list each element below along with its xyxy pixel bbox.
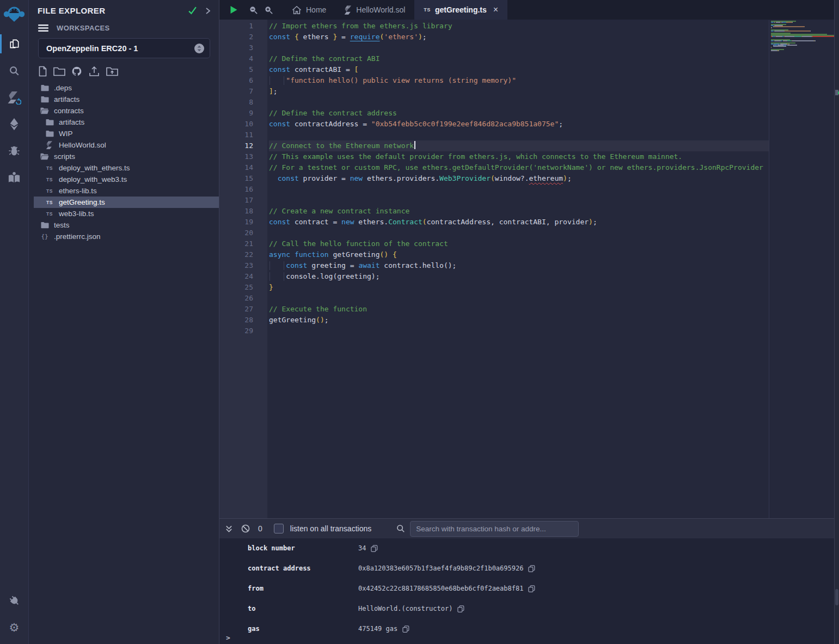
sidebar-item-debugger[interactable] [0,137,29,164]
copy-icon[interactable] [402,625,409,633]
line-number: 5 [219,64,267,75]
file-tree-item[interactable]: TSweb3-lib.ts [34,208,219,219]
upload-folder-button[interactable] [106,66,118,77]
file-tree-item[interactable]: TSdeploy_with_ethers.ts [34,162,219,174]
tab-label: HelloWorld.sol [356,5,405,14]
right-scrollbar[interactable] [834,0,839,644]
check-icon [188,7,197,15]
double-chevron-down-icon [225,525,233,533]
code-line [269,130,769,140]
file-tree-item[interactable]: TSdeploy_with_web3.ts [34,174,219,185]
file-explorer-panel: FILE EXPLORER WORKSPACES OpenZeppelin ER… [29,0,219,644]
line-number: 9 [219,108,267,119]
terminal-prompt[interactable]: > [226,634,230,642]
github-button[interactable] [71,66,82,77]
code-line: // Create a new contract instance [269,206,769,217]
tab-getgreeting-ts[interactable]: TS getGreeting.ts × [414,0,507,20]
terminal-scrollbar-thumb[interactable] [835,589,838,605]
file-tree-item[interactable]: artifacts [34,94,219,105]
detail-value: 0x42452c22c88178685850e68beb6cf0f2aeab8f… [358,585,523,592]
line-number: 11 [219,130,267,140]
code-line: const contract = new ethers.Contract(con… [269,217,769,228]
code-line: // Execute the function [269,304,769,315]
file-tree-item[interactable]: .deps [34,82,219,94]
sidebar-item-solidity-compiler[interactable] [0,84,29,111]
sidebar-item-settings[interactable]: ⚙ [0,614,29,641]
close-tab-icon[interactable]: × [493,5,498,14]
code-line: "function hello() public view returns (s… [269,75,769,86]
clear-console-button[interactable] [241,524,250,533]
explorer-toolbar [29,59,219,78]
remix-logo[interactable] [0,0,29,30]
transaction-detail-row: gas475149 gas [248,624,834,633]
copy-icon[interactable] [371,545,378,552]
ts-icon: TS [45,177,54,182]
sidebar-item-file-explorer[interactable] [0,30,29,57]
file-tree-item[interactable]: scripts [34,151,219,162]
run-script-button[interactable] [226,2,241,18]
file-tree-item[interactable]: {}.prettierrc.json [34,231,219,242]
sidebar-item-plugin-manager[interactable] [0,587,29,614]
settings-gear-icon: ⚙ [9,622,20,633]
code-line [269,326,769,336]
play-icon [230,5,238,14]
json-icon: {} [40,233,49,240]
copy-icon[interactable] [457,605,464,612]
zoom-in-button[interactable] [261,2,276,18]
code-line: // Import ethers from the ethers.js libr… [269,21,769,32]
code-lines: // Import ethers from the ethers.js libr… [267,20,769,518]
zoom-out-button[interactable] [246,2,261,18]
file-tree-item[interactable]: artifacts [34,116,219,128]
file-name: WIP [59,130,73,138]
code-line: // Define the contract ABI [269,53,769,64]
line-number: 25 [219,282,267,293]
ts-icon: TS [45,188,54,194]
tab-home[interactable]: Home [283,0,335,20]
copy-icon[interactable] [528,585,535,592]
detail-label: contract address [248,565,358,572]
line-number: 27 [219,304,267,315]
file-tree-item[interactable]: TSgetGreeting.ts [34,197,219,208]
panel-title: FILE EXPLORER [38,6,188,15]
code-line: const { ethers } = require('ethers'); [269,32,769,42]
minimap[interactable] [771,21,835,52]
line-number: 1 [219,21,267,32]
collapse-terminal-button[interactable] [225,525,233,533]
upload-file-button[interactable] [88,66,100,77]
tab-helloworld-sol[interactable]: HelloWorld.sol [335,0,414,20]
file-tree-item[interactable]: tests [34,219,219,231]
detail-label: to [248,605,358,612]
transaction-detail-row: block number34 [248,544,834,553]
file-tree-item[interactable]: TSethers-lib.ts [34,185,219,197]
tab-label: Home [306,5,326,14]
line-number: 13 [219,151,267,162]
file-name: tests [54,221,70,229]
listen-transactions-checkbox[interactable] [274,524,284,533]
sidebar-item-learneth[interactable] [0,164,29,191]
editor-tab-bar: Home HelloWorld.sol TS getGreeting.ts × [219,0,839,20]
sidebar-item-search[interactable] [0,57,29,84]
line-number: 23 [219,260,267,271]
new-file-button[interactable] [38,66,47,77]
file-tree-item[interactable]: contracts [34,105,219,116]
folder-open-icon [40,107,49,114]
code-line: // Call the hello function of the contra… [269,238,769,249]
github-icon [71,66,82,77]
ts-icon: TS [45,200,54,205]
chevron-right-icon[interactable] [205,7,211,15]
terminal-search-input[interactable] [410,521,579,537]
copy-icon[interactable] [528,565,535,572]
remix-logo-icon [3,4,26,27]
tab-label: getGreeting.ts [435,5,487,14]
code-editor[interactable]: 1234567891011121314151617181920212223242… [219,20,769,518]
workspace-select[interactable]: OpenZeppelin ERC20 - 1 [38,38,210,58]
folder-closed-icon [40,222,49,229]
file-tree-item[interactable]: WIP [34,128,219,139]
detail-label: block number [248,544,358,552]
sidebar-item-deploy-run[interactable] [0,111,29,137]
file-tree-item[interactable]: HelloWorld.sol [34,139,219,151]
zoom-in-icon [264,5,273,15]
line-number: 20 [219,228,267,238]
hamburger-menu-icon[interactable] [38,24,48,32]
new-folder-button[interactable] [53,66,65,77]
